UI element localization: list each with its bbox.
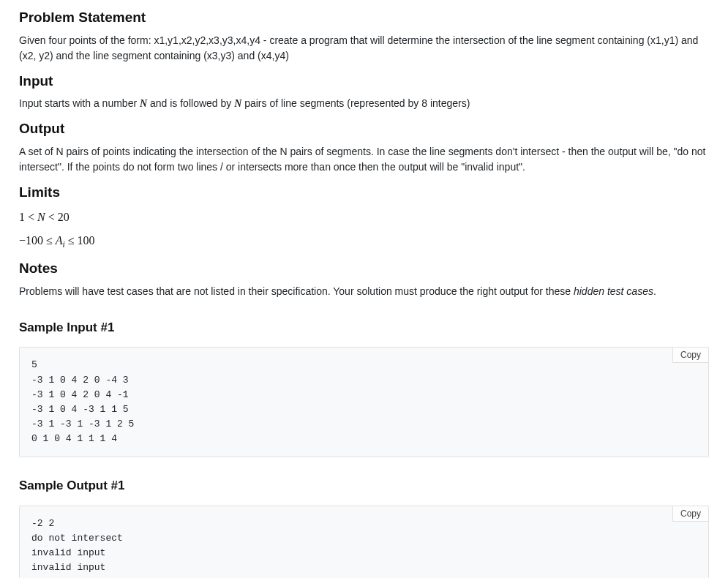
heading-output: Output bbox=[19, 119, 709, 140]
notes-prefix: Problems will have test cases that are n… bbox=[19, 285, 574, 297]
limit1-op1: < bbox=[28, 211, 34, 223]
output-text: A set of N pairs of points indicating th… bbox=[19, 144, 709, 175]
limit2-mid: A bbox=[56, 234, 63, 247]
heading-limits: Limits bbox=[19, 182, 709, 203]
heading-notes: Notes bbox=[19, 258, 709, 279]
limit-line-1: 1 < N < 20 bbox=[19, 209, 709, 226]
sample-input-1-code: 5 -3 1 0 4 2 0 -4 3 -3 1 0 4 2 0 4 -1 -3… bbox=[31, 358, 697, 446]
limit2-a: −100 bbox=[19, 234, 43, 247]
notes-suffix: . bbox=[653, 285, 656, 297]
notes-italic: hidden test cases bbox=[574, 285, 653, 297]
heading-input: Input bbox=[19, 71, 709, 92]
limit1-op2: < bbox=[48, 211, 55, 223]
heading-sample-input-1: Sample Input #1 bbox=[19, 318, 709, 337]
notes-text: Problems will have test cases that are n… bbox=[19, 284, 709, 299]
limit1-b: 20 bbox=[58, 211, 70, 223]
copy-button[interactable]: Copy bbox=[672, 506, 708, 522]
input-suffix: pairs of line segments (represented by 8… bbox=[241, 97, 470, 109]
math-N-2: N bbox=[234, 98, 241, 109]
limit2-op1: ≤ bbox=[46, 234, 53, 247]
limits-block: 1 < N < 20 −100 ≤ Ai ≤ 100 bbox=[19, 209, 709, 251]
limit1-mid: N bbox=[37, 211, 45, 223]
math-N-1: N bbox=[140, 98, 147, 109]
limit2-b: 100 bbox=[78, 234, 95, 247]
limit2-op2: ≤ bbox=[68, 234, 75, 247]
problem-statement-text: Given four points of the form: x1,y1,x2,… bbox=[19, 33, 709, 64]
limit1-a: 1 bbox=[19, 211, 25, 223]
copy-button[interactable]: Copy bbox=[672, 348, 708, 363]
sample-output-1-block: Copy -2 2 do not intersect invalid input… bbox=[19, 506, 709, 578]
sample-output-1-code: -2 2 do not intersect invalid input inva… bbox=[31, 517, 697, 578]
limit-line-2: −100 ≤ Ai ≤ 100 bbox=[19, 232, 709, 251]
input-mid: and is followed by bbox=[147, 97, 234, 109]
input-prefix: Input starts with a number bbox=[19, 97, 140, 109]
sample-input-1-block: Copy 5 -3 1 0 4 2 0 -4 3 -3 1 0 4 2 0 4 … bbox=[19, 347, 709, 457]
limit2-sub: i bbox=[63, 240, 65, 249]
input-text: Input starts with a number N and is foll… bbox=[19, 96, 709, 111]
heading-problem-statement: Problem Statement bbox=[19, 7, 709, 29]
heading-sample-output-1: Sample Output #1 bbox=[19, 476, 709, 495]
